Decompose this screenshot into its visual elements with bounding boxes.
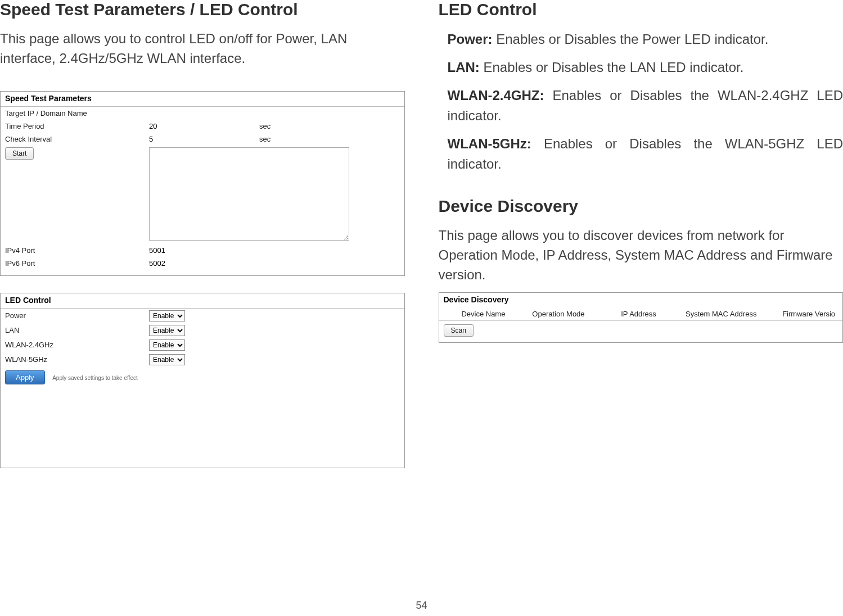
col-ip-address: IP Address [616, 307, 681, 321]
led-power-label: Power [1, 309, 145, 323]
start-button[interactable]: Start [5, 147, 34, 160]
heading-led-control: LED Control [439, 0, 844, 19]
device-discovery-panel: Device Discovery Device Name Operation M… [439, 292, 844, 343]
speed-test-panel: Speed Test Parameters Target IP / Domain… [0, 91, 405, 276]
led-control-panel: LED Control Power Enable LAN Enable WLAN… [0, 293, 405, 468]
apply-button[interactable]: Apply [5, 370, 45, 384]
led-wlan24-label: WLAN-2.4GHz [1, 338, 145, 352]
target-ip-label: Target IP / Domain Name [1, 107, 145, 120]
col-operation-mode: Operation Mode [528, 307, 616, 321]
speed-test-output[interactable] [149, 147, 349, 241]
led-wlan5-label: WLAN-5GHz [1, 352, 145, 367]
ipv4-port-input[interactable] [149, 246, 228, 255]
speed-test-title: Speed Test Parameters [1, 92, 404, 107]
heading-device-discovery: Device Discovery [439, 197, 844, 216]
led-wlan24-desc: WLAN-2.4GHZ: Enables or Disables the WLA… [439, 85, 844, 126]
led-wlan5-desc: WLAN-5GHz: Enables or Disables the WLAN-… [439, 134, 844, 174]
intro-device-discovery: This page allows you to discover devices… [439, 226, 844, 284]
led-lan-desc: LAN: Enables or Disables the LAN LED ind… [439, 57, 844, 78]
ipv6-port-input[interactable] [149, 259, 228, 268]
col-firmware-version: Firmware Versio [778, 307, 842, 321]
heading-speed-led: Speed Test Parameters / LED Control [0, 0, 405, 19]
check-interval-label: Check Interval [1, 133, 145, 146]
check-interval-input[interactable] [149, 134, 228, 144]
page-number: 54 [0, 600, 843, 612]
led-lan-select[interactable]: Enable [149, 325, 185, 336]
led-power-select[interactable]: Enable [149, 310, 185, 321]
led-lan-label: LAN [1, 323, 145, 338]
table-row: Device Name Operation Mode IP Address Sy… [439, 307, 843, 321]
target-ip-input[interactable] [149, 108, 228, 118]
intro-speed-led: This page allows you to control LED on/o… [0, 29, 405, 69]
device-discovery-title: Device Discovery [439, 293, 843, 307]
apply-hint: Apply saved settings to take effect [52, 375, 138, 381]
time-period-input[interactable] [149, 121, 228, 131]
led-control-title: LED Control [1, 293, 404, 309]
scan-button[interactable]: Scan [444, 324, 474, 337]
led-wlan5-select[interactable]: Enable [149, 354, 185, 365]
col-device-name: Device Name [439, 307, 528, 321]
time-period-label: Time Period [1, 120, 145, 133]
time-period-unit: sec [255, 120, 404, 133]
ipv6-port-label: IPv6 Port [1, 257, 145, 270]
ipv4-port-label: IPv4 Port [1, 244, 145, 257]
check-interval-unit: sec [255, 133, 404, 146]
led-wlan24-select[interactable]: Enable [149, 339, 185, 351]
col-mac-address: System MAC Address [681, 307, 778, 321]
led-power-desc: Power: Enables or Disables the Power LED… [439, 29, 844, 49]
